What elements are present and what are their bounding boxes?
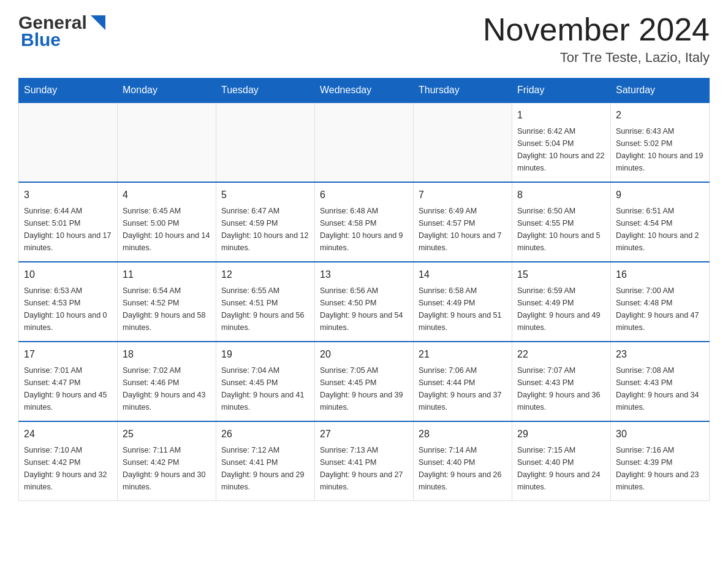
calendar-cell-w2-d1: 4Sunrise: 6:45 AMSunset: 5:00 PMDaylight… [118,182,216,262]
day-number: 23 [616,347,704,362]
day-info: Sunrise: 6:51 AMSunset: 4:54 PMDaylight:… [616,205,704,254]
day-info: Sunrise: 6:58 AMSunset: 4:49 PMDaylight:… [419,285,507,334]
weekday-header-row: SundayMondayTuesdayWednesdayThursdayFrid… [19,79,710,103]
day-number: 10 [24,267,112,282]
day-number: 16 [616,267,704,282]
calendar-cell-w3-d0: 10Sunrise: 6:53 AMSunset: 4:53 PMDayligh… [19,262,118,342]
day-info: Sunrise: 6:49 AMSunset: 4:57 PMDaylight:… [419,205,507,254]
calendar-cell-w3-d3: 13Sunrise: 6:56 AMSunset: 4:50 PMDayligh… [315,262,414,342]
day-info: Sunrise: 7:02 AMSunset: 4:46 PMDaylight:… [123,364,211,413]
calendar-cell-w3-d5: 15Sunrise: 6:59 AMSunset: 4:49 PMDayligh… [512,262,611,342]
day-number: 7 [419,188,507,202]
calendar-cell-w3-d6: 16Sunrise: 7:00 AMSunset: 4:48 PMDayligh… [611,262,710,342]
calendar-cell-w4-d3: 20Sunrise: 7:05 AMSunset: 4:45 PMDayligh… [315,342,414,421]
day-info: Sunrise: 6:44 AMSunset: 5:01 PMDaylight:… [24,205,112,254]
day-number: 19 [221,347,309,362]
day-info: Sunrise: 6:55 AMSunset: 4:51 PMDaylight:… [221,285,309,334]
day-number: 29 [517,427,605,442]
calendar-cell-w5-d1: 25Sunrise: 7:11 AMSunset: 4:42 PMDayligh… [118,421,216,501]
day-info: Sunrise: 7:01 AMSunset: 4:47 PMDaylight:… [24,364,112,413]
weekday-header-saturday: Saturday [611,79,710,103]
calendar-cell-w2-d3: 6Sunrise: 6:48 AMSunset: 4:58 PMDaylight… [315,182,414,262]
day-number: 5 [221,188,309,202]
svg-marker-0 [91,15,105,30]
calendar-cell-w1-d5: 1Sunrise: 6:42 AMSunset: 5:04 PMDaylight… [512,102,611,182]
calendar-cell-w1-d3 [315,102,414,182]
calendar-week-3: 10Sunrise: 6:53 AMSunset: 4:53 PMDayligh… [19,262,710,342]
day-number: 13 [320,267,408,282]
day-number: 15 [517,267,605,282]
calendar-cell-w4-d2: 19Sunrise: 7:04 AMSunset: 4:45 PMDayligh… [216,342,315,421]
day-number: 6 [320,188,408,202]
day-info: Sunrise: 6:53 AMSunset: 4:53 PMDaylight:… [24,285,112,334]
calendar-cell-w5-d5: 29Sunrise: 7:15 AMSunset: 4:40 PMDayligh… [512,421,611,501]
calendar-week-1: 1Sunrise: 6:42 AMSunset: 5:04 PMDaylight… [19,102,710,182]
day-info: Sunrise: 7:05 AMSunset: 4:45 PMDaylight:… [320,364,408,413]
day-number: 30 [616,427,704,442]
day-info: Sunrise: 6:48 AMSunset: 4:58 PMDaylight:… [320,205,408,254]
logo-blue-text: Blue [21,29,61,50]
day-info: Sunrise: 6:59 AMSunset: 4:49 PMDaylight:… [517,285,605,334]
weekday-header-sunday: Sunday [19,79,118,103]
day-info: Sunrise: 6:45 AMSunset: 5:00 PMDaylight:… [123,205,211,254]
calendar-cell-w3-d4: 14Sunrise: 6:58 AMSunset: 4:49 PMDayligh… [414,262,512,342]
day-info: Sunrise: 7:06 AMSunset: 4:44 PMDaylight:… [419,364,507,413]
title-block: November 2024 Tor Tre Teste, Lazio, Ital… [483,12,710,66]
calendar-cell-w3-d1: 11Sunrise: 6:54 AMSunset: 4:52 PMDayligh… [118,262,216,342]
logo: General Blue [18,12,108,50]
day-number: 17 [24,347,112,362]
calendar-cell-w2-d5: 8Sunrise: 6:50 AMSunset: 4:55 PMDaylight… [512,182,611,262]
day-number: 22 [517,347,605,362]
day-number: 8 [517,188,605,202]
month-title: November 2024 [483,12,710,47]
calendar-cell-w3-d2: 12Sunrise: 6:55 AMSunset: 4:51 PMDayligh… [216,262,315,342]
day-info: Sunrise: 6:50 AMSunset: 4:55 PMDaylight:… [517,205,605,254]
calendar-cell-w1-d1 [118,102,216,182]
day-number: 28 [419,427,507,442]
day-info: Sunrise: 7:07 AMSunset: 4:43 PMDaylight:… [517,364,605,413]
calendar-cell-w4-d5: 22Sunrise: 7:07 AMSunset: 4:43 PMDayligh… [512,342,611,421]
day-number: 27 [320,427,408,442]
calendar-cell-w1-d2 [216,102,315,182]
weekday-header-thursday: Thursday [414,79,512,103]
calendar-cell-w1-d6: 2Sunrise: 6:43 AMSunset: 5:02 PMDaylight… [611,102,710,182]
day-number: 26 [221,427,309,442]
day-number: 9 [616,188,704,202]
logo-triangle-icon [88,13,108,33]
day-number: 11 [123,267,211,282]
day-number: 25 [123,427,211,442]
day-info: Sunrise: 7:00 AMSunset: 4:48 PMDaylight:… [616,285,704,334]
calendar-week-5: 24Sunrise: 7:10 AMSunset: 4:42 PMDayligh… [19,421,710,501]
calendar-cell-w4-d6: 23Sunrise: 7:08 AMSunset: 4:43 PMDayligh… [611,342,710,421]
calendar-cell-w4-d4: 21Sunrise: 7:06 AMSunset: 4:44 PMDayligh… [414,342,512,421]
day-number: 18 [123,347,211,362]
day-info: Sunrise: 7:11 AMSunset: 4:42 PMDaylight:… [123,444,211,493]
day-info: Sunrise: 6:54 AMSunset: 4:52 PMDaylight:… [123,285,211,334]
calendar-cell-w5-d2: 26Sunrise: 7:12 AMSunset: 4:41 PMDayligh… [216,421,315,501]
day-info: Sunrise: 6:42 AMSunset: 5:04 PMDaylight:… [517,125,605,174]
day-info: Sunrise: 7:15 AMSunset: 4:40 PMDaylight:… [517,444,605,493]
day-number: 14 [419,267,507,282]
calendar-cell-w5-d6: 30Sunrise: 7:16 AMSunset: 4:39 PMDayligh… [611,421,710,501]
day-number: 1 [517,108,605,123]
calendar-cell-w2-d2: 5Sunrise: 6:47 AMSunset: 4:59 PMDaylight… [216,182,315,262]
day-number: 24 [24,427,112,442]
calendar-cell-w1-d4 [414,102,512,182]
calendar-cell-w4-d1: 18Sunrise: 7:02 AMSunset: 4:46 PMDayligh… [118,342,216,421]
day-info: Sunrise: 7:13 AMSunset: 4:41 PMDaylight:… [320,444,408,493]
day-info: Sunrise: 7:04 AMSunset: 4:45 PMDaylight:… [221,364,309,413]
calendar-cell-w5-d3: 27Sunrise: 7:13 AMSunset: 4:41 PMDayligh… [315,421,414,501]
day-info: Sunrise: 6:43 AMSunset: 5:02 PMDaylight:… [616,125,704,174]
day-info: Sunrise: 6:56 AMSunset: 4:50 PMDaylight:… [320,285,408,334]
calendar-week-4: 17Sunrise: 7:01 AMSunset: 4:47 PMDayligh… [19,342,710,421]
calendar-cell-w2-d4: 7Sunrise: 6:49 AMSunset: 4:57 PMDaylight… [414,182,512,262]
day-info: Sunrise: 7:10 AMSunset: 4:42 PMDaylight:… [24,444,112,493]
weekday-header-wednesday: Wednesday [315,79,414,103]
day-number: 21 [419,347,507,362]
calendar-cell-w2-d6: 9Sunrise: 6:51 AMSunset: 4:54 PMDaylight… [611,182,710,262]
day-number: 4 [123,188,211,202]
day-info: Sunrise: 7:12 AMSunset: 4:41 PMDaylight:… [221,444,309,493]
calendar-cell-w2-d0: 3Sunrise: 6:44 AMSunset: 5:01 PMDaylight… [19,182,118,262]
calendar-cell-w1-d0 [19,102,118,182]
day-number: 3 [24,188,112,202]
